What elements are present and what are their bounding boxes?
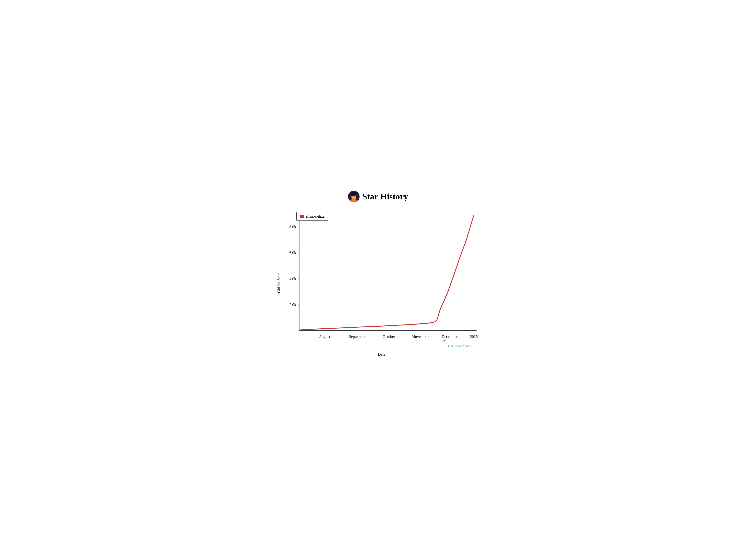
- legend-label: elizaos/eliza: [306, 214, 325, 219]
- svg-point-4: [352, 197, 353, 197]
- svg-text:September: September: [349, 335, 366, 339]
- watermark-text: star-history.com: [448, 343, 472, 347]
- x-axis-label: Date: [282, 352, 481, 357]
- chart-header: Star History: [275, 191, 481, 202]
- svg-text:November: November: [412, 335, 429, 339]
- chart-svg: 2.0k 4.0k 6.0k 8.0k August September: [282, 210, 481, 350]
- svg-text:2.0k: 2.0k: [289, 303, 296, 307]
- chart-container: Star History GitHub Stars elizaos/eliza: [270, 184, 486, 361]
- chart-area: GitHub Stars elizaos/eliza: [275, 210, 481, 356]
- svg-point-3: [351, 192, 357, 196]
- svg-text:4.0k: 4.0k: [289, 277, 296, 281]
- page-title: Star History: [362, 192, 408, 202]
- svg-text:✳: ✳: [442, 338, 446, 343]
- chart-inner: elizaos/eliza 2.0k 4.0k: [282, 210, 481, 356]
- watermark-icon: ✳: [442, 338, 446, 343]
- chart-svg-wrapper: elizaos/eliza 2.0k 4.0k: [282, 210, 481, 351]
- avatar: [348, 191, 360, 202]
- legend-color-swatch: [300, 215, 304, 218]
- legend-box: elizaos/eliza: [296, 212, 328, 221]
- svg-text:October: October: [383, 335, 395, 339]
- svg-point-5: [354, 197, 355, 197]
- y-axis-label: GitHub Stars: [275, 210, 281, 356]
- chart-line: [300, 216, 474, 330]
- svg-text:6.0k: 6.0k: [289, 251, 296, 255]
- svg-text:2025: 2025: [470, 335, 478, 339]
- svg-text:August: August: [319, 335, 330, 339]
- svg-text:8.0k: 8.0k: [289, 225, 296, 229]
